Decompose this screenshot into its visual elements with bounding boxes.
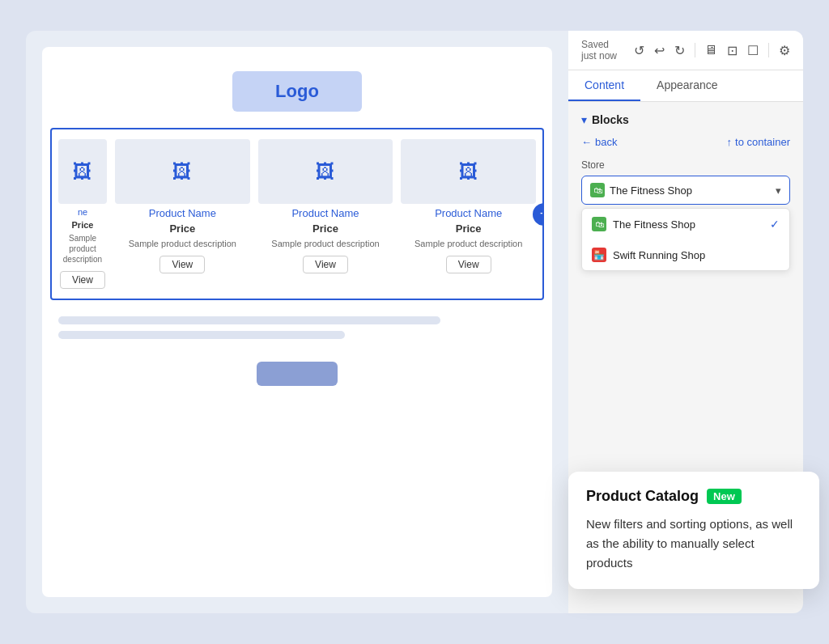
- product-name-partial: ne: [78, 207, 87, 217]
- selected-check-icon: ✓: [770, 218, 780, 231]
- product-price-partial: Price: [72, 220, 94, 230]
- logo-box: Logo: [232, 71, 362, 112]
- right-panel: Saved just now ↺ ↩ ↻ 🖥 ⊡ ☐ ⚙ Content App…: [568, 31, 803, 613]
- store-dropdown-left: 🛍 The Fitness Shop: [590, 183, 692, 197]
- product-card-2: 🖼 Product Name Price Sample product desc…: [258, 139, 393, 289]
- tabs-row: Content Appearance: [568, 70, 803, 102]
- view-button-2[interactable]: View: [303, 256, 348, 273]
- product-image-placeholder: 🖼: [58, 139, 107, 204]
- feature-card-title: Product Catalog: [586, 488, 699, 505]
- product-card-3: 🖼 Product Name Price Sample product desc…: [401, 139, 536, 289]
- running-store-icon: 🏪: [592, 248, 606, 262]
- product-price-3: Price: [456, 222, 482, 235]
- toolbar-divider: [695, 43, 695, 57]
- feature-card-description: New filters and sorting options, as well…: [586, 515, 801, 573]
- view-button-partial[interactable]: View: [60, 271, 105, 289]
- cta-area: [42, 362, 552, 386]
- image-icon: 🖼: [73, 160, 92, 183]
- product-image-2: 🖼: [258, 139, 393, 204]
- history-icon[interactable]: ↺: [634, 43, 644, 58]
- canvas-area: Logo 🖼 ne Price Sample product descripti…: [26, 31, 568, 613]
- skeleton-lines: [42, 300, 552, 354]
- redo-icon[interactable]: ↻: [674, 43, 685, 58]
- skeleton-line-2: [58, 331, 345, 339]
- product-price-1: Price: [169, 222, 195, 235]
- feature-card-title-row: Product Catalog New: [586, 488, 801, 505]
- canvas-inner: Logo 🖼 ne Price Sample product descripti…: [42, 47, 552, 597]
- feature-card: Product Catalog New New filters and sort…: [568, 472, 819, 589]
- tablet-preview-icon[interactable]: ⊡: [727, 43, 738, 58]
- product-card-1: 🖼 Product Name Price Sample product desc…: [115, 139, 250, 289]
- product-desc-3: Sample product description: [414, 238, 522, 249]
- view-button-3[interactable]: View: [446, 256, 491, 273]
- blocks-title: Blocks: [592, 113, 629, 126]
- product-image-1: 🖼: [115, 139, 250, 204]
- running-store-name: Swift Running Shop: [613, 249, 705, 261]
- back-label: back: [595, 136, 617, 148]
- toolbar-divider-2: [768, 43, 769, 57]
- product-desc-2: Sample product description: [271, 238, 379, 249]
- store-icon-green: 🛍: [590, 183, 605, 197]
- image-icon-2: 🖼: [316, 160, 335, 183]
- to-container-label: to container: [735, 136, 790, 148]
- back-link[interactable]: ← back: [581, 136, 617, 148]
- product-grid: 🖼 ne Price Sample product description Vi…: [50, 128, 544, 300]
- tab-content[interactable]: Content: [568, 70, 640, 101]
- selected-store-name: The Fitness Shop: [610, 184, 692, 197]
- image-icon-3: 🖼: [459, 160, 478, 183]
- dropdown-chevron-icon: ▾: [776, 184, 781, 197]
- product-name-1: Product Name: [149, 207, 216, 219]
- view-button-1[interactable]: View: [159, 256, 205, 273]
- to-container-link[interactable]: ↑ to container: [727, 136, 790, 148]
- cta-button-placeholder: [257, 362, 338, 386]
- back-arrow-icon: ←: [581, 136, 592, 148]
- product-desc-partial: Sample product description: [58, 233, 107, 265]
- product-card-partial: 🖼 ne Price Sample product description Vi…: [58, 139, 107, 289]
- settings-icon[interactable]: ⚙: [779, 43, 790, 58]
- blocks-header: ▾ Blocks: [581, 113, 790, 126]
- dropdown-item-running[interactable]: 🏪 Swift Running Shop: [582, 239, 789, 270]
- mobile-preview-icon[interactable]: ☐: [747, 43, 759, 58]
- top-toolbar: Saved just now ↺ ↩ ↻ 🖥 ⊡ ☐ ⚙: [568, 31, 803, 70]
- store-dropdown-menu: 🛍 The Fitness Shop ✓ 🏪 Swift Running Sho…: [581, 208, 790, 271]
- blocks-chevron-icon: ▾: [581, 113, 587, 126]
- desktop-preview-icon[interactable]: 🖥: [704, 43, 717, 57]
- saved-status: Saved just now: [581, 39, 618, 61]
- logo-area: Logo: [42, 47, 552, 128]
- undo-icon[interactable]: ↩: [654, 43, 665, 58]
- skeleton-line-1: [58, 316, 440, 324]
- dropdown-item-fitness-left: 🛍 The Fitness Shop: [592, 217, 695, 231]
- product-image-3: 🖼: [401, 139, 536, 204]
- fitness-store-icon: 🛍: [592, 217, 606, 231]
- fitness-store-name: The Fitness Shop: [613, 218, 695, 231]
- product-desc-1: Sample product description: [129, 238, 236, 249]
- product-name-3: Product Name: [435, 207, 502, 219]
- up-arrow-icon: ↑: [727, 136, 733, 148]
- product-name-2: Product Name: [291, 207, 359, 219]
- tab-appearance[interactable]: Appearance: [640, 70, 734, 101]
- store-label: Store: [581, 159, 790, 171]
- dropdown-item-running-left: 🏪 Swift Running Shop: [592, 248, 705, 262]
- nav-row: ← back ↑ to container: [581, 136, 790, 148]
- new-badge: New: [707, 489, 742, 504]
- logo-text: Logo: [275, 81, 319, 102]
- product-price-2: Price: [312, 222, 338, 235]
- image-icon-1: 🖼: [172, 160, 192, 183]
- store-dropdown[interactable]: 🛍 The Fitness Shop ▾: [581, 176, 790, 205]
- dropdown-item-fitness[interactable]: 🛍 The Fitness Shop ✓: [582, 209, 789, 239]
